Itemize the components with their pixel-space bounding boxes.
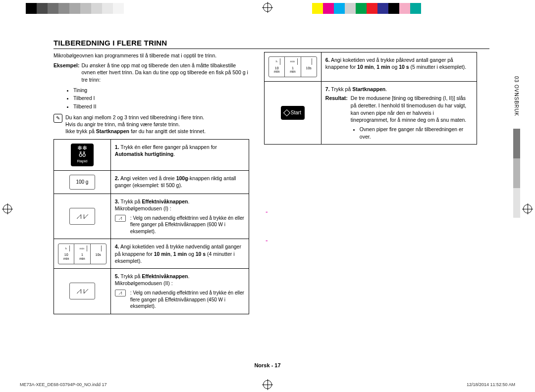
stage-item: Tining [73,86,249,95]
section-title: TILBEREDNING I FLERE TRINN [54,39,489,49]
time-buttons-icon: h10 min min1 min 10s [58,244,107,264]
note-line: Du kan angi mellom 2 og 3 trinn ved tilb… [65,114,206,121]
step-text: 3. Trykk på Effektnivåknappen. Mikrobølg… [110,194,249,239]
side-color-bar [513,129,520,218]
step-text: 5. Trykk på Effektnivåknappen. Mikrobølg… [110,268,249,314]
power-level-inline-icon: ⩘ [115,290,126,296]
print-date: 12/18/2014 11:52:50 AM [467,382,515,387]
step-text: 1. Trykk én eller flere ganger på knappe… [110,139,249,170]
stage-item: Tilbered I [73,94,249,102]
step-text: 7. Trykk på Startknappen. Resultat: De t… [321,81,477,144]
note-block: ✎ Du kan angi mellom 2 og 3 trinn ved ti… [54,114,249,135]
color-calibration-bar [0,3,535,14]
power-level-icon: ⩘⩗ [69,283,95,299]
step-row: ⩘⩗ 3. Trykk på Effektnivåknappen. Mikrob… [54,194,249,239]
note-line: Hvis du angir tre trinn, må tining være … [65,121,206,128]
step-text: 2. Angi vekten ved å dreie 100g-knappen … [110,170,249,194]
result-bullet: Ovnen piper fire ganger når tilberedning… [360,126,473,140]
step-row: ❄❄ ỗỗ Rapid 1. Trykk én eller flere gang… [54,139,249,170]
result-text: De tre modusene [tining og tilberedning … [351,95,467,123]
time-buttons-icon: h10 min min1 min 10s [268,56,317,77]
page-content: TILBEREDNING I FLERE TRINN Mikrobølgeovn… [54,39,489,355]
weight-button-icon: 100 g [69,175,95,190]
start-button-icon: Start [281,106,305,120]
steps-table-left: ❄❄ ỗỗ Rapid 1. Trykk én eller flere gang… [54,139,249,314]
power-level-inline-icon: ⩘ [115,215,126,222]
step-text: 4. Angi koketiden ved å trykke nødvendig… [110,239,249,269]
step-text: 6. Angi koketiden ved å trykke påkrevd a… [321,52,477,82]
right-column: h10 min min1 min 10s 6. Angi koketiden v… [264,52,477,314]
page-footer: Norsk - 17 [0,362,535,368]
print-footer: ME73A-XEE_DE68-03794P-00_NO.indd 17 12/1… [20,382,515,387]
example-block: Eksempel: Du ønsker å tine opp mat og ti… [54,62,249,83]
registration-mark-icon [523,204,532,213]
steps-table-right: h10 min min1 min 10s 6. Angi koketiden v… [264,52,477,145]
print-file: ME73A-XEE_DE68-03794P-00_NO.indd 17 [20,382,107,387]
side-tab-label: 03 OVNSBRUK [513,74,520,118]
step-row: ⩘⩗ 5. Trykk på Effektnivåknappen. Mikrob… [54,268,249,314]
stage-list: Tining Tilbered I Tilbered II [73,86,249,111]
intro-text: Mikrobølgeovnen kan programmeres til å t… [54,52,249,59]
step-row: h10 min min1 min 10s 4. Angi koketiden v… [54,239,249,269]
step-row: 100 g 2. Angi vekten ved å dreie 100g-kn… [54,170,249,194]
note-line: Ikke trykk på Startknappen før du har an… [65,128,206,135]
stage-item: Tilbered II [73,102,249,111]
example-label: Eksempel: [54,62,80,83]
example-text: Du ønsker å tine opp mat og tilberede de… [82,62,249,83]
power-level-icon: ⩘⩗ [69,208,95,225]
step-row: h10 min min1 min 10s 6. Angi koketiden v… [265,52,477,82]
note-icon: ✎ [54,114,62,123]
rapid-defrost-icon: ❄❄ ỗỗ Rapid [71,144,94,166]
result-label: Resultat: [325,95,348,140]
left-column: Mikrobølgeovnen kan programmeres til å t… [54,52,249,314]
registration-mark-icon [3,204,12,213]
step-row: Start 7. Trykk på Startknappen. Resultat… [265,81,477,144]
